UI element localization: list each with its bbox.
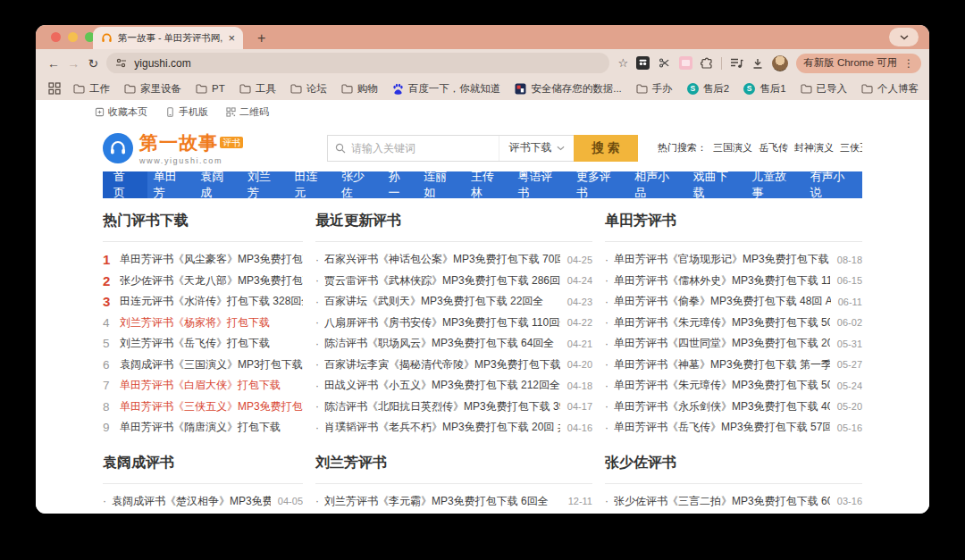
nav-item[interactable]: 有声小说: [804, 171, 862, 198]
extensions-puzzle-icon[interactable]: [701, 57, 713, 70]
book-link[interactable]: 袁阔成评书《三国演义》MP3打包下载: [120, 357, 303, 372]
nav-item[interactable]: 刘兰芳: [241, 171, 289, 198]
list-item: 陈洁评书《北阳抗日英烈传》MP3免费打包下载 39回全04-17: [315, 397, 592, 418]
bookmark-star-icon[interactable]: ☆: [618, 56, 629, 70]
tab-close-icon[interactable]: ×: [228, 32, 235, 44]
bookmark-folder[interactable]: 个人博客: [861, 82, 919, 96]
book-link[interactable]: 袁阔成评书《楚汉相争》MP3免费打: [112, 494, 271, 509]
bookmark-folder[interactable]: 论坛: [290, 82, 327, 96]
book-link[interactable]: 刘兰芳评书《杨家将》打包下载: [120, 315, 270, 330]
search-category-dropdown[interactable]: 评书下载: [499, 136, 574, 161]
book-link[interactable]: 贾云雷评书《武林侠踪》MP3免费打包下载 286回全: [324, 273, 560, 288]
book-link[interactable]: 单田芳评书《朱元璋传》MP3免费打包下载 50回 AI单田: [614, 315, 830, 330]
bookmark-folder[interactable]: 已导入: [801, 82, 848, 96]
book-link[interactable]: 单田芳评书《儒林外史》MP3免费打包下载 116回 AI单田: [614, 273, 830, 288]
extension-icon-scissors[interactable]: [658, 56, 671, 70]
book-link[interactable]: 陈洁评书《职场风云》MP3免费打包下载 64回全: [324, 336, 554, 351]
nav-item[interactable]: 连丽如: [417, 171, 465, 198]
nav-item[interactable]: 王传林: [465, 171, 512, 198]
reload-button[interactable]: ↻: [83, 56, 103, 71]
close-window-button[interactable]: [51, 32, 61, 42]
book-link[interactable]: 单田芳评书《朱元璋传》MP3免费打包下载 50回 AI单田: [614, 378, 830, 393]
book-link[interactable]: 陈洁评书《北阳抗日英烈传》MP3免费打包下载 39回全: [324, 399, 560, 414]
bookmark-label: 论坛: [306, 82, 327, 96]
book-link[interactable]: 单田芳评书《官场现形记》MP3免费打包下载 219回全 AI: [614, 252, 830, 267]
extension-icon-tv[interactable]: [679, 56, 692, 70]
nav-item[interactable]: 相声小品: [628, 171, 686, 198]
back-button[interactable]: ←: [44, 56, 63, 71]
search-button[interactable]: 搜 索: [574, 135, 638, 162]
menu-dots-icon[interactable]: ⋮: [903, 57, 914, 70]
new-tab-button[interactable]: +: [257, 30, 265, 46]
minimize-window-button[interactable]: [68, 32, 78, 42]
bookmark-this-page-link[interactable]: 收藏本页: [95, 105, 147, 119]
book-link[interactable]: 单田芳评书《偷拳》MP3免费打包下载 48回 AI单田芳声: [614, 294, 831, 309]
book-link[interactable]: 单田芳评书《三侠五义》MP3免费打包下: [120, 399, 303, 414]
nav-item-home[interactable]: 首页: [103, 171, 147, 198]
qrcode-link[interactable]: 二维码: [226, 105, 269, 119]
site-logo[interactable]: 第一故事评书 www.yigushi.com: [103, 130, 268, 165]
book-link[interactable]: 刘兰芳评书《岳飞传》打包下载: [120, 336, 270, 351]
book-link[interactable]: 石家兴评书《神话包公案》MP3免费打包下载 70回全: [324, 252, 560, 267]
playlist-icon[interactable]: [730, 57, 743, 69]
profile-avatar[interactable]: [772, 55, 788, 71]
nav-item[interactable]: 儿童故事: [745, 171, 803, 198]
search-input[interactable]: [346, 142, 499, 155]
book-link[interactable]: 田战义评书《小五义》MP3免费打包下载 212回全: [324, 378, 560, 393]
address-bar[interactable]: yigushi.com: [106, 53, 608, 73]
nav-item[interactable]: 粤语评书: [511, 171, 569, 198]
bookmark-baidu[interactable]: 百度一下，你就知道: [392, 82, 501, 96]
book-link[interactable]: 单田芳评书《永乐剑侠》MP3免费打包下载 40回 AI单田: [614, 399, 830, 414]
main-nav: 首页 单田芳 袁阔成 刘兰芳 田连元 张少佐 孙一 连丽如 王传林 粤语评书 更…: [103, 171, 862, 198]
book-link[interactable]: 田连元评书《水浒传》打包下载 328回全: [120, 294, 303, 309]
book-link[interactable]: 百家讲坛李寅《揭秘清代帝陵》MP3免费打包下载 14回全: [324, 357, 560, 372]
book-link[interactable]: 单田芳评书《神墓》MP3免费打包下载 第一季222回 AI单: [614, 357, 830, 372]
nav-item[interactable]: 戏曲下载: [687, 171, 745, 198]
book-link[interactable]: 单田芳评书《隋唐演义》打包下载: [120, 420, 281, 435]
hot-search-link[interactable]: 岳飞传: [759, 142, 788, 153]
book-link[interactable]: 单田芳评书《四世同堂》MP3免费打包下载 203回 AI单田: [614, 336, 830, 351]
nav-item[interactable]: 田连元: [288, 171, 335, 198]
book-link[interactable]: 单田芳评书《岳飞传》MP3免费打包下载 57回 AI单田芳: [614, 420, 830, 435]
nav-item[interactable]: 单田芳: [147, 171, 195, 198]
tab-search-button[interactable]: [889, 28, 919, 46]
url-text[interactable]: yigushi.com: [134, 57, 190, 70]
browser-tab[interactable]: 第一故事 - 单田芳评书网,评书 ×: [93, 27, 243, 49]
list-item: 4刘兰芳评书《杨家将》打包下载: [103, 313, 303, 334]
bookmark-folder[interactable]: 工作: [73, 82, 110, 96]
book-link[interactable]: 张少佐评书《天龙八部》MP3免费打包下: [120, 273, 303, 288]
hot-search-link[interactable]: 三侠五义: [840, 142, 862, 153]
nav-item[interactable]: 张少佐: [335, 171, 382, 198]
list-item: 2张少佐评书《天龙八部》MP3免费打包下: [103, 271, 303, 292]
apps-grid-icon[interactable]: [48, 82, 61, 95]
book-link[interactable]: 单田芳评书《白眉大侠》打包下载: [120, 378, 281, 393]
section-title: 最近更新评书: [315, 198, 592, 242]
bookmark-folder[interactable]: 家里设备: [124, 82, 181, 96]
download-icon[interactable]: [751, 57, 764, 70]
book-link[interactable]: 单田芳评书《风尘豪客》MP3免费打包下载: [120, 252, 303, 267]
extension-icon-dark[interactable]: [636, 56, 650, 70]
main-content: 热门评书下载 1单田芳评书《风尘豪客》MP3免费打包下载 2张少佐评书《天龙八部…: [103, 198, 862, 439]
bookmark-password-manager[interactable]: 安全储存您的数据...: [515, 82, 622, 96]
book-link[interactable]: 刘兰芳评书《李元霸》MP3免费打包下载 6回全: [324, 494, 549, 509]
bookmark-folder[interactable]: 工具: [239, 82, 276, 96]
bookmark-folder[interactable]: 手办: [636, 82, 673, 96]
bookmark-folder[interactable]: 购物: [341, 82, 378, 96]
book-link[interactable]: 八扇屏评书《房书安传》MP3免费打包下载 110回全: [324, 315, 560, 330]
book-link[interactable]: 张少佐评书《三言二拍》MP3免费打包下载 60回全: [614, 494, 830, 509]
chrome-update-button[interactable]: 有新版 Chrome 可用 ⋮: [796, 54, 921, 73]
bookmark-folder[interactable]: PT: [196, 83, 225, 94]
bookmark-shop-app[interactable]: S 售后2: [687, 82, 729, 96]
hot-search-link[interactable]: 封神演义: [794, 142, 834, 153]
hot-search-link[interactable]: 三国演义: [713, 142, 752, 153]
site-settings-icon[interactable]: [115, 57, 127, 69]
forward-button[interactable]: →: [63, 56, 83, 71]
book-link[interactable]: 肖璞韬评书《老兵不朽》MP3免费打包下载 20回 共和国: [324, 420, 560, 435]
nav-item[interactable]: 更多评书: [570, 171, 628, 198]
nav-item[interactable]: 袁阔成: [194, 171, 241, 198]
book-link[interactable]: 百家讲坛《武则天》MP3免费打包下载 22回全: [324, 294, 543, 309]
nav-item[interactable]: 孙一: [382, 171, 418, 198]
bookmark-add-icon: [95, 107, 105, 117]
bookmark-shop-app[interactable]: S 售后1: [743, 82, 785, 96]
mobile-version-link[interactable]: 手机版: [165, 105, 208, 119]
